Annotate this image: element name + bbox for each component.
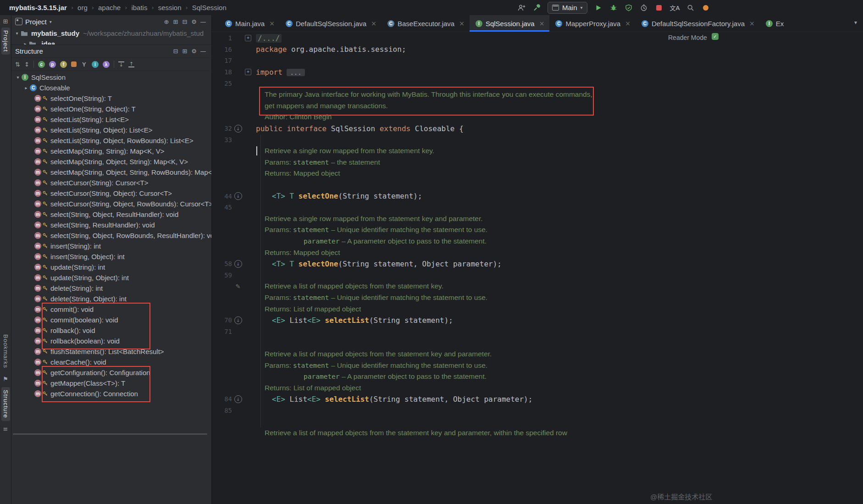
project-tree-row[interactable]: ▸.idea: [11, 39, 211, 44]
debug-icon[interactable]: [609, 4, 618, 12]
coverage-icon[interactable]: [625, 4, 633, 12]
structure-tree-item[interactable]: mselectOne(String, Object): T: [11, 104, 211, 114]
tab-overflow-chevron-icon[interactable]: ▾: [854, 19, 857, 26]
add-user-icon[interactable]: [517, 4, 526, 12]
filter-badge-icon[interactable]: c: [38, 61, 45, 68]
chevron-down-icon[interactable]: ▾: [50, 19, 52, 24]
structure-tree-item[interactable]: minsert(String): int: [11, 241, 211, 251]
structure-tree-item[interactable]: mselect(String, ResultHandler): void: [11, 220, 211, 230]
implemented-marker-icon[interactable]: ↓: [234, 260, 242, 268]
structure-tree-item[interactable]: mgetMapper(Class<T>): T: [11, 378, 211, 388]
chevron-down-icon[interactable]: ▾: [13, 31, 21, 36]
implemented-marker-icon[interactable]: ↓: [234, 125, 242, 133]
structure-tree-item[interactable]: mselectList(String, Object): List<E>: [11, 125, 211, 135]
structure-tree-item[interactable]: mselectList(String): List<E>: [11, 114, 211, 125]
tab-close-icon[interactable]: ×: [269, 20, 275, 27]
editor-tab[interactable]: CDefaultSqlSessionFactory.java×: [636, 15, 760, 32]
filter-badge-icon[interactable]: λ: [103, 61, 110, 68]
editor-tab[interactable]: IEx: [760, 15, 789, 32]
status-dot-icon[interactable]: [702, 4, 710, 12]
structure-tree-item[interactable]: minsert(String, Object): int: [11, 251, 211, 262]
locate-icon[interactable]: ⊕: [162, 18, 171, 25]
horizontal-scrollbar[interactable]: [13, 433, 207, 435]
autoscroll-from-source-icon[interactable]: ↑: [128, 61, 134, 67]
tab-close-icon[interactable]: ×: [625, 20, 631, 27]
fold-marker-icon[interactable]: +: [245, 35, 251, 41]
editor-tab[interactable]: CBaseExecutor.java×: [382, 15, 470, 32]
structure-tree-item[interactable]: mselectCursor(String, Object, RowBounds)…: [11, 199, 211, 209]
search-icon[interactable]: [686, 4, 695, 12]
project-tree-row[interactable]: ▾mybatis_study~/workspace/zhuanzhuan/myb…: [11, 28, 211, 39]
filter-badge-icon[interactable]: i: [92, 61, 99, 68]
breadcrumb-item[interactable]: ibatis: [131, 4, 147, 11]
project-stripe-icon[interactable]: ⊞: [3, 18, 8, 25]
structure-tree-item[interactable]: mselect(String, Object, ResultHandler): …: [11, 209, 211, 220]
tool-strip-structure[interactable]: Structure: [1, 387, 10, 421]
structure-tree-item[interactable]: mselectCursor(String, Object): Cursor<T>: [11, 188, 211, 199]
structure-tree-item[interactable]: mcommit(): void: [11, 304, 211, 315]
settings-icon[interactable]: ⚙: [189, 48, 199, 55]
wrench-icon[interactable]: [532, 4, 541, 12]
structure-stripe-icon[interactable]: ≡: [3, 426, 8, 432]
structure-tree-item[interactable]: mgetConfiguration(): Configuration: [11, 367, 211, 378]
structure-tree-item[interactable]: ▸CCloseable: [11, 83, 211, 93]
structure-tree-item[interactable]: mdelete(String, Object): int: [11, 294, 211, 304]
project-panel-title[interactable]: Project: [25, 18, 47, 26]
collapse-all-icon[interactable]: ⊟: [171, 48, 180, 55]
structure-tree-item[interactable]: mselectMap(String, Object, String, RowBo…: [11, 167, 211, 177]
breadcrumb-item[interactable]: mybatis-3.5.15.jar: [9, 4, 67, 11]
sort-alpha-icon[interactable]: ⇅: [15, 61, 20, 68]
editor-tab[interactable]: CDefaultSqlSession.java×: [280, 15, 382, 32]
structure-tree-item[interactable]: mdelete(String): int: [11, 283, 211, 294]
chevron-right-icon[interactable]: ▸: [22, 41, 29, 44]
structure-tree-item[interactable]: mclearCache(): void: [11, 357, 211, 367]
tool-strip-bookmarks[interactable]: Bookmarks: [1, 332, 10, 371]
structure-tree-item[interactable]: mrollback(boolean): void: [11, 336, 211, 346]
structure-tree-item[interactable]: mflushStatements(): List<BatchResult>: [11, 346, 211, 357]
structure-tree-item[interactable]: mupdate(String): int: [11, 262, 211, 272]
hide-icon[interactable]: —: [199, 18, 208, 25]
filter-badge-icon[interactable]: [71, 61, 77, 67]
tab-close-icon[interactable]: ×: [749, 20, 755, 27]
autoscroll-to-source-icon[interactable]: ↓: [118, 61, 124, 67]
structure-tree-item[interactable]: mselect(String, Object, RowBounds, Resul…: [11, 230, 211, 241]
tab-close-icon[interactable]: ×: [459, 20, 465, 27]
editor-tab[interactable]: CMain.java×: [219, 15, 280, 32]
breadcrumb-item[interactable]: org: [77, 4, 88, 11]
implemented-marker-icon[interactable]: ↓: [234, 316, 242, 324]
filter-badge-icon[interactable]: f: [60, 61, 67, 68]
fold-marker-icon[interactable]: +: [245, 69, 251, 75]
editor-tab[interactable]: ISqlSession.java×: [470, 15, 549, 32]
chevron-right-icon[interactable]: ▸: [22, 85, 30, 90]
structure-tree-item[interactable]: ▾ISqlSession: [11, 72, 211, 83]
structure-tree-item[interactable]: mselectMap(String, String): Map<K, V>: [11, 146, 211, 156]
structure-tree-item[interactable]: mrollback(): void: [11, 325, 211, 336]
bookmark-icon[interactable]: ⚑: [3, 376, 8, 382]
tab-close-icon[interactable]: ×: [539, 20, 545, 27]
sort-visibility-icon[interactable]: ↕: [24, 61, 29, 68]
chevron-down-icon[interactable]: ▾: [14, 75, 22, 80]
profiler-icon[interactable]: [640, 4, 648, 12]
expand-all-icon[interactable]: ⊞: [180, 48, 189, 55]
inspections-ok-icon[interactable]: ✓: [712, 33, 719, 40]
filter-badge-icon[interactable]: Y: [81, 61, 88, 68]
breadcrumb-item[interactable]: apache: [98, 4, 121, 11]
structure-tree-item[interactable]: mselectList(String, Object, RowBounds): …: [11, 135, 211, 146]
settings-icon[interactable]: ⚙: [189, 18, 199, 25]
filter-badge-icon[interactable]: p: [49, 61, 56, 68]
structure-tree-item[interactable]: mselectCursor(String): Cursor<T>: [11, 177, 211, 188]
code-editor[interactable]: 1+/.../16package org.apache.ibatis.sessi…: [212, 32, 863, 504]
breadcrumb-item[interactable]: session: [158, 4, 182, 11]
tool-strip-project[interactable]: Project: [1, 28, 10, 55]
stop-icon[interactable]: [655, 4, 663, 12]
structure-tree-item[interactable]: mgetConnection(): Connection: [11, 388, 211, 399]
run-icon[interactable]: [594, 4, 603, 12]
breadcrumb-item[interactable]: SqlSession: [192, 4, 227, 11]
tab-close-icon[interactable]: ×: [371, 20, 376, 27]
structure-tree-item[interactable]: mcommit(boolean): void: [11, 315, 211, 325]
hide-icon[interactable]: —: [199, 48, 208, 55]
reader-mode-toggle[interactable]: Reader Mode: [668, 34, 707, 41]
expand-all-icon[interactable]: ⊞: [171, 18, 180, 25]
collapse-all-icon[interactable]: ⊟: [180, 18, 189, 25]
editor-tab[interactable]: CMapperProxy.java×: [549, 15, 636, 32]
